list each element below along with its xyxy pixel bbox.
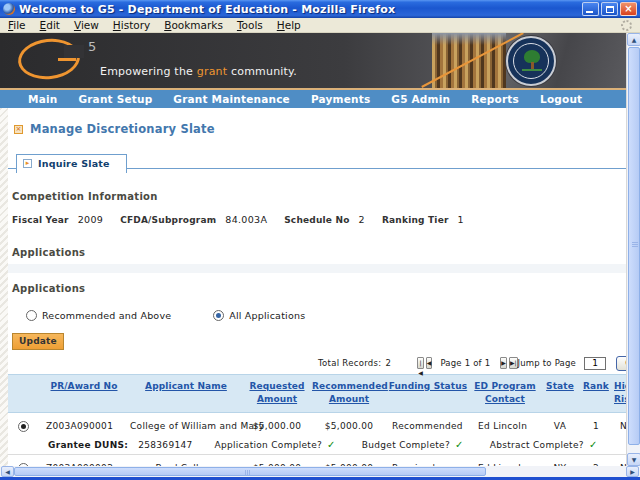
header-rank[interactable]: Rank	[580, 380, 612, 393]
radio-recommended-label: Recommended and Above	[42, 310, 171, 321]
firefox-icon	[3, 3, 15, 15]
tab-label: Inquire Slate	[38, 158, 110, 169]
horizontal-scrollbar[interactable]: ◀ ▶	[0, 466, 640, 477]
nav-g5-admin[interactable]: G5 Admin	[391, 93, 450, 105]
schedule-no-value: 2	[359, 214, 365, 225]
pagination-row: Total Records:2 |◀ ◀ Page 1 of 1 ▶ ▶| Ju…	[8, 354, 626, 372]
total-records-value: 2	[385, 358, 391, 368]
total-records: Total Records:2	[318, 358, 391, 368]
vertical-scrollbar-thumb[interactable]	[628, 47, 640, 445]
tagline-post: community.	[227, 65, 297, 78]
maximize-icon	[606, 6, 614, 13]
header-recommended-amount[interactable]: Recommended Amount	[312, 380, 386, 406]
header-requested-amount[interactable]: Requested Amount	[242, 380, 312, 406]
header-ed-program-contact[interactable]: ED Program Contact	[470, 380, 540, 406]
menu-bar: File Edit View History Bookmarks Tools H…	[0, 18, 640, 33]
total-records-label: Total Records:	[318, 358, 381, 368]
horizontal-scrollbar-thumb[interactable]	[14, 467, 486, 476]
application-complete-check-icon: ✓	[327, 439, 336, 450]
tab-inquire-slate[interactable]: ▸ Inquire Slate	[16, 154, 127, 173]
competition-fields: Fiscal Year 2009 CFDA/Subprogram 84.003A…	[12, 214, 626, 225]
page-heading: × Manage Discretionary Slate	[14, 122, 626, 136]
nav-main[interactable]: Main	[28, 93, 57, 105]
left-hatch-border	[0, 108, 8, 466]
cell-high-risk: N	[612, 421, 626, 431]
department-of-education-seal	[506, 36, 556, 86]
radio-all-applications[interactable]: All Applications	[213, 310, 305, 321]
header-high-risk[interactable]: High Risk	[612, 380, 626, 406]
menu-bookmarks[interactable]: Bookmarks	[164, 19, 223, 31]
nav-payments[interactable]: Payments	[311, 93, 370, 105]
manage-slate-page: × Manage Discretionary Slate ▸ Inquire S…	[0, 108, 626, 466]
nav-grant-maintenance[interactable]: Grant Maintenance	[173, 93, 290, 105]
header-applicant-name[interactable]: Applicant Name	[130, 380, 242, 393]
radio-all-icon[interactable]	[213, 310, 224, 321]
tagline-pre: Empowering the	[100, 65, 197, 78]
jump-to-page-input[interactable]	[584, 357, 606, 370]
ranking-tier-label: Ranking Tier	[382, 215, 449, 225]
menu-view[interactable]: View	[74, 19, 99, 31]
minimize-icon	[586, 11, 593, 13]
title-bar: Welcome to G5 - Department of Education …	[0, 0, 640, 18]
abstract-complete-label: Abstract Complete?	[490, 440, 584, 450]
header-pr-award-no[interactable]: PR/Award No	[38, 380, 130, 393]
row-select-radio[interactable]	[18, 421, 29, 432]
main-nav: Main Grant Setup Grant Maintenance Payme…	[0, 88, 626, 108]
grantee-duns-value: 258369147	[138, 440, 192, 450]
radio-recommended-and-above[interactable]: Recommended and Above	[26, 310, 171, 321]
seal-tree-trunk	[531, 62, 534, 69]
tab-arrow-icon: ▸	[23, 159, 32, 168]
cell-rank: 1	[580, 421, 612, 431]
cell-recommended-amount: $5,000.00	[312, 421, 386, 431]
scroll-left-icon[interactable]: ◀	[1, 466, 14, 477]
cfda-subprogram-label: CFDA/Subprogram	[120, 215, 216, 225]
menu-help[interactable]: Help	[277, 19, 301, 31]
table-header-row: PR/Award No Applicant Name Requested Amo…	[8, 374, 626, 413]
ranking-tier-value: 1	[458, 214, 464, 225]
close-icon: ×	[624, 4, 632, 14]
menu-edit[interactable]: Edit	[40, 19, 60, 31]
go-button[interactable]: Go	[616, 356, 626, 371]
fiscal-year-label: Fiscal Year	[12, 215, 69, 225]
header-state[interactable]: State	[540, 380, 580, 393]
menu-history[interactable]: History	[113, 19, 150, 31]
g5-banner: 5 Empowering the grant community.	[0, 33, 626, 88]
page-content: 5 Empowering the grant community. Main G…	[0, 33, 626, 466]
applications-table: PR/Award No Applicant Name Requested Amo…	[8, 374, 626, 466]
page-indicator: Page 1 of 1	[440, 358, 490, 368]
last-page-button[interactable]: ▶|	[509, 357, 518, 369]
row-detail-line: Grantee DUNS: 258369147 Application Comp…	[8, 437, 626, 452]
tab-bar: ▸ Inquire Slate	[8, 150, 626, 169]
first-page-button[interactable]: |◀	[417, 357, 424, 369]
scroll-down-icon[interactable]: ▼	[627, 453, 640, 466]
scroll-right-icon[interactable]: ▶	[626, 466, 639, 477]
jump-to-page-label: Jump to Page	[518, 358, 576, 368]
bookshelf-photo-highlight	[432, 33, 506, 45]
minimize-button[interactable]	[582, 2, 599, 16]
next-page-button[interactable]: ▶	[500, 357, 507, 369]
radio-recommended-icon[interactable]	[26, 310, 37, 321]
update-button[interactable]: Update	[12, 333, 64, 350]
maximize-button[interactable]	[601, 2, 618, 16]
banner-tagline: Empowering the grant community.	[100, 65, 297, 78]
nav-grant-setup[interactable]: Grant Setup	[78, 93, 152, 105]
application-filter-radios: Recommended and Above All Applications	[26, 310, 626, 321]
menu-file[interactable]: File	[8, 19, 26, 31]
cfda-subprogram-value: 84.003A	[225, 214, 267, 225]
window-title: Welcome to G5 - Department of Education …	[19, 3, 578, 16]
throbber-icon	[621, 20, 632, 31]
cell-applicant-name: College of William and Mary	[130, 421, 242, 431]
nav-logout[interactable]: Logout	[540, 93, 582, 105]
header-funding-status[interactable]: Funding Status	[386, 380, 470, 393]
close-button[interactable]: ×	[620, 2, 637, 16]
competition-info-title: Competition Information	[12, 191, 626, 202]
menu-tools[interactable]: Tools	[237, 19, 263, 31]
scroll-up-icon[interactable]: ▲	[627, 33, 640, 46]
page-title: Manage Discretionary Slate	[30, 122, 215, 136]
prev-page-button[interactable]: ◀	[426, 357, 433, 369]
g5-logo-five: 5	[88, 39, 96, 54]
nav-reports[interactable]: Reports	[471, 93, 519, 105]
vertical-scrollbar[interactable]: ▲ ▼	[626, 33, 640, 466]
g5-logo-gap	[64, 45, 84, 58]
abstract-complete-check-icon: ✓	[589, 439, 598, 450]
